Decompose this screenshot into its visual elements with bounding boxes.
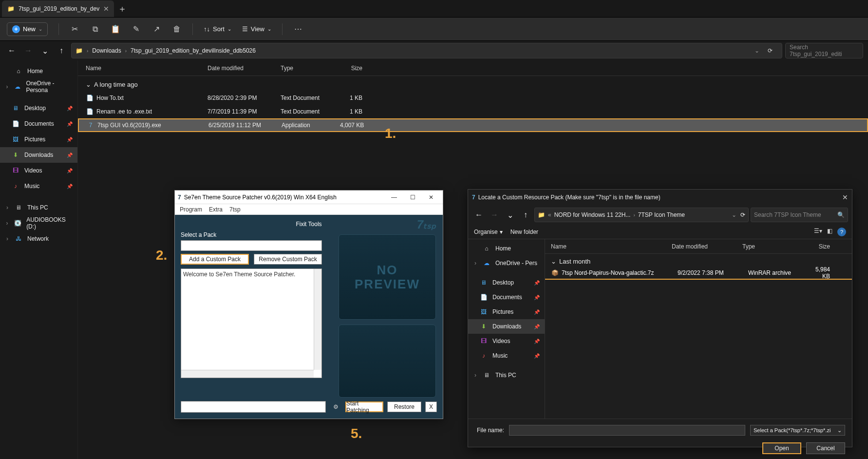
- menu-extra[interactable]: Extra: [209, 206, 223, 213]
- app-titlebar[interactable]: 7 Se7en Theme Source Patcher v0.6(2019) …: [175, 191, 443, 204]
- sidebar-item-videos[interactable]: 🎞Videos📌: [0, 163, 77, 178]
- col-name[interactable]: Name: [545, 243, 672, 250]
- sidebar-item-documents[interactable]: 📄Documents📌: [468, 290, 545, 305]
- breadcrumb-downloads[interactable]: Downloads: [92, 47, 121, 54]
- path-segment[interactable]: 7TSP Icon Theme: [638, 211, 685, 218]
- more-icon[interactable]: ⋯: [293, 24, 303, 34]
- share-icon[interactable]: ↗: [151, 24, 161, 34]
- sidebar-item-pictures[interactable]: 🖼Pictures📌: [468, 305, 545, 319]
- copy-icon[interactable]: ⧉: [90, 24, 100, 34]
- sort-button[interactable]: ↑↓ Sort ⌄: [204, 25, 231, 33]
- file-type-dropdown[interactable]: Select a Pack(*7tsp*.7z;*7tsp*.zi⌄: [750, 425, 845, 436]
- pin-icon[interactable]: 📌: [534, 324, 540, 329]
- add-tab-button[interactable]: ＋: [114, 0, 131, 17]
- pin-icon[interactable]: 📌: [67, 137, 73, 142]
- close-x-button[interactable]: X: [425, 402, 437, 412]
- window-tab[interactable]: 📁 7tsp_gui_2019_edition_by_dev ✕: [2, 0, 114, 17]
- sidebar-item-desktop[interactable]: 🖥Desktop📌: [0, 100, 77, 116]
- pin-icon[interactable]: 📌: [67, 153, 73, 158]
- dialog-titlebar[interactable]: 7 Locate a Custom Resource Pack (Make su…: [468, 190, 852, 205]
- sidebar-item-downloads[interactable]: ⬇Downloads📌: [468, 319, 545, 334]
- dialog-file-row[interactable]: 📦7tsp Nord-Papirus-Nova-galactic.7z 9/2/…: [545, 267, 852, 280]
- help-button[interactable]: ?: [837, 228, 846, 236]
- preview-pane-button[interactable]: ◧: [827, 228, 832, 236]
- maximize-button[interactable]: ☐: [404, 191, 421, 203]
- open-button[interactable]: Open: [762, 442, 801, 454]
- col-date[interactable]: Date modified: [200, 65, 273, 72]
- col-type[interactable]: Type: [742, 243, 801, 250]
- rename-icon[interactable]: ✎: [131, 24, 141, 34]
- sidebar-item-downloads[interactable]: ⬇Downloads📌: [0, 147, 77, 163]
- pack-select-input[interactable]: [181, 240, 322, 251]
- file-row-selected[interactable]: 77tsp GUI v0.6(2019).exe 6/25/2019 11:12…: [78, 118, 868, 132]
- pin-icon[interactable]: 📌: [67, 168, 73, 173]
- pin-icon[interactable]: 📌: [534, 280, 540, 286]
- expand-icon[interactable]: ›: [473, 260, 478, 267]
- file-row[interactable]: 📄Renam .ee to .exe.txt 7/7/2019 11:39 PM…: [78, 105, 868, 118]
- group-header[interactable]: ⌄A long time ago: [78, 76, 868, 91]
- refresh-button[interactable]: ⟳: [762, 43, 778, 58]
- col-date[interactable]: Date modified: [672, 243, 742, 250]
- sidebar-item-music[interactable]: ♪Music📌: [0, 178, 77, 194]
- sidebar-item-network[interactable]: ›🖧Network: [0, 231, 77, 247]
- forward-button[interactable]: →: [21, 44, 35, 57]
- chevron-down-icon[interactable]: ⌄: [732, 211, 736, 218]
- pin-icon[interactable]: 📌: [534, 353, 540, 359]
- start-patching-button[interactable]: Start Patching: [345, 402, 383, 412]
- path-bar[interactable]: 📁 › Downloads › 7tsp_gui_2019_edition_by…: [71, 43, 782, 58]
- search-input[interactable]: Search 7tsp_gui_2019_editi: [785, 43, 863, 58]
- breadcrumb-folder[interactable]: 7tsp_gui_2019_edition_by_devilInside_ddb…: [131, 47, 256, 54]
- pin-icon[interactable]: 📌: [67, 106, 73, 111]
- refresh-button[interactable]: ⟳: [740, 211, 745, 218]
- sidebar-item-desktop[interactable]: 🖥Desktop📌: [468, 275, 545, 290]
- pin-icon[interactable]: 📌: [534, 339, 540, 344]
- log-box[interactable]: Welcome to Se7en Theme Source Patcher.: [181, 268, 322, 378]
- restore-button[interactable]: Restore: [387, 402, 421, 412]
- cancel-button[interactable]: Cancel: [806, 442, 845, 454]
- pin-icon[interactable]: 📌: [534, 295, 540, 300]
- close-dialog-button[interactable]: ✕: [842, 193, 848, 201]
- gear-icon[interactable]: ⚙: [330, 401, 341, 413]
- back-button[interactable]: ←: [5, 44, 19, 57]
- sidebar-item-videos[interactable]: 🎞Videos📌: [468, 334, 545, 348]
- sidebar-item-onedrive[interactable]: ›☁OneDrive - Persona: [0, 79, 77, 95]
- col-name[interactable]: Name: [78, 65, 200, 72]
- cut-icon[interactable]: ✂: [70, 24, 79, 34]
- expand-icon[interactable]: ›: [5, 235, 10, 242]
- expand-icon[interactable]: ›: [5, 220, 9, 227]
- col-size[interactable]: Size: [801, 243, 835, 250]
- remove-custom-pack-button[interactable]: Remove Custom Pack: [254, 254, 322, 265]
- delete-icon[interactable]: 🗑: [172, 24, 182, 34]
- fixit-label[interactable]: Fixit Tools: [181, 220, 437, 231]
- close-tab-icon[interactable]: ✕: [103, 5, 109, 13]
- minimize-button[interactable]: —: [385, 191, 403, 203]
- sidebar-item-home[interactable]: ⌂Home: [0, 63, 77, 79]
- menu-program[interactable]: Program: [180, 206, 202, 213]
- sidebar-item-documents[interactable]: 📄Documents📌: [0, 116, 77, 132]
- sidebar-item-pictures[interactable]: 🖼Pictures📌: [0, 132, 77, 147]
- sidebar-item-drive[interactable]: ›💽AUDIOBOOKS (D:): [0, 215, 77, 231]
- dialog-search-input[interactable]: Search 7TSP Icon Theme 🔍: [751, 208, 848, 222]
- paste-icon[interactable]: 📋: [111, 24, 120, 34]
- dialog-group-header[interactable]: ⌄Last month: [545, 254, 852, 267]
- expand-icon[interactable]: ›: [5, 83, 9, 90]
- new-button[interactable]: + New ⌄: [7, 22, 48, 36]
- scrollbar-vertical[interactable]: [314, 269, 321, 370]
- close-button[interactable]: ✕: [422, 191, 440, 203]
- pin-icon[interactable]: 📌: [534, 309, 540, 315]
- view-mode-button[interactable]: ☰▾: [814, 228, 822, 236]
- expand-icon[interactable]: ›: [5, 204, 10, 211]
- organize-button[interactable]: Organise ▾: [474, 229, 503, 235]
- col-type[interactable]: Type: [273, 65, 331, 72]
- new-folder-button[interactable]: New folder: [510, 229, 538, 235]
- col-size[interactable]: Size: [331, 65, 370, 72]
- back-button[interactable]: ←: [472, 208, 486, 222]
- sidebar-item-music[interactable]: ♪Music📌: [468, 348, 545, 363]
- expand-icon[interactable]: ›: [473, 372, 478, 379]
- up-button[interactable]: ↑: [55, 44, 68, 57]
- up-button[interactable]: ↑: [519, 208, 532, 222]
- sidebar-item-onedrive[interactable]: ›☁OneDrive - Pers: [468, 256, 545, 270]
- dialog-path-bar[interactable]: 📁 « NORD for Windows 11 22H... › 7TSP Ic…: [534, 208, 749, 222]
- recent-button[interactable]: ⌄: [503, 208, 517, 222]
- view-button[interactable]: ☰ View ⌄: [242, 25, 271, 33]
